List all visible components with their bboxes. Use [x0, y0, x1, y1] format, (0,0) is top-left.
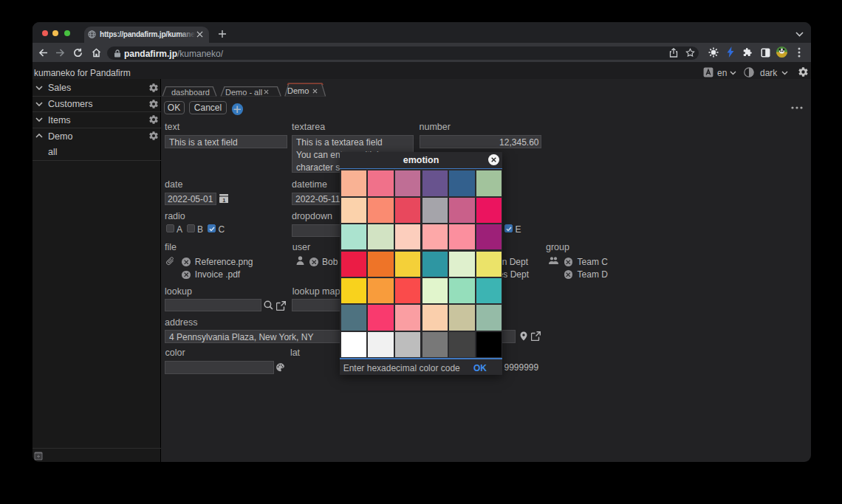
svg-text:1: 1: [222, 197, 225, 203]
